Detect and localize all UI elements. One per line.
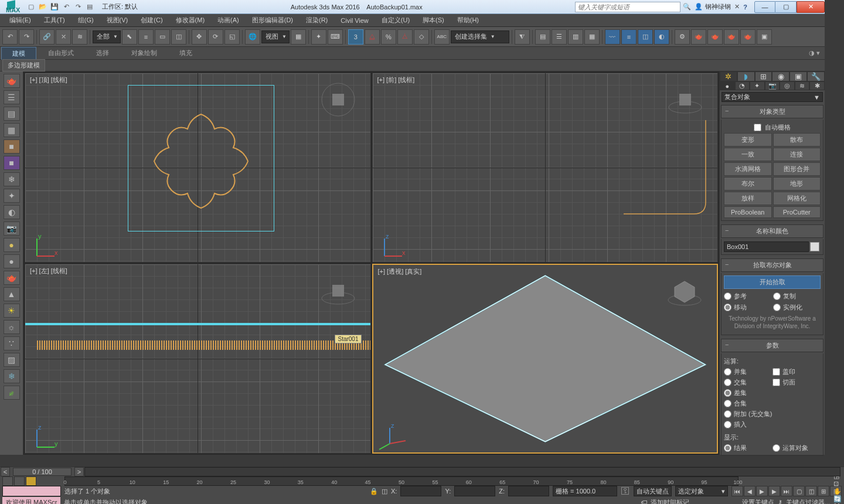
x-input[interactable] <box>400 486 441 492</box>
viewport-front[interactable]: [+] [前] [线框] zx <box>372 73 719 263</box>
disp-result-radio[interactable] <box>724 444 731 452</box>
objtype-2[interactable]: 一致 <box>724 148 772 161</box>
teapot-iter-button[interactable]: 🫖 <box>724 29 739 45</box>
save-icon[interactable]: 💾 <box>49 2 60 12</box>
objtype-4[interactable]: 水滴网格 <box>724 162 772 176</box>
menu-s[interactable]: 脚本(S) <box>417 15 450 26</box>
sub-lights[interactable]: ✦ <box>750 81 765 90</box>
goto-end-button[interactable]: ⏭ <box>781 486 792 492</box>
color2-icon[interactable]: ■ <box>4 156 20 170</box>
objtype-3[interactable]: 连接 <box>773 148 821 161</box>
menu-d[interactable]: 图形编辑器(D) <box>246 15 299 26</box>
teapot-render-button[interactable]: 🫖 <box>691 29 706 45</box>
objtype-1[interactable]: 散布 <box>773 133 821 147</box>
selection-filter-combo[interactable]: 全部▼ <box>93 30 121 43</box>
rollout-name-color[interactable]: 名称和颜色 <box>721 224 823 238</box>
teapot-frame-button[interactable]: 🫖 <box>707 29 723 45</box>
project-icon[interactable]: ▤ <box>84 2 95 12</box>
menu-m[interactable]: 修改器(M) <box>170 15 211 26</box>
tab-modify[interactable]: ◗ <box>737 71 755 81</box>
teapot2-icon[interactable]: 🫖 <box>4 271 20 285</box>
sub-systems[interactable]: ✱ <box>809 81 825 90</box>
bind-button[interactable]: ≋ <box>72 29 87 45</box>
timeline-tool-1[interactable] <box>2 476 13 486</box>
ribbon-tab-3[interactable]: 对象绘制 <box>121 47 168 59</box>
window-crossing-button[interactable]: ◫ <box>171 29 186 45</box>
ribbon-tab-4[interactable]: 填充 <box>169 47 203 59</box>
rollout-object-type[interactable]: 对象类型 <box>721 105 823 118</box>
infocenter-icon[interactable]: 🔍 <box>683 3 691 11</box>
sub-helpers[interactable]: ◎ <box>780 81 795 90</box>
minimize-button[interactable]: — <box>754 1 775 13</box>
close-button[interactable]: ✕ <box>797 1 825 13</box>
next-frame-button[interactable]: ▶ <box>768 486 780 492</box>
sub-spacewarps[interactable]: ≋ <box>795 81 810 90</box>
undo-button[interactable]: ↶ <box>2 29 18 45</box>
move-radio[interactable] <box>724 304 731 311</box>
autogrid-checkbox[interactable] <box>754 124 761 131</box>
object-name-input[interactable] <box>724 241 809 252</box>
menu-h[interactable]: 帮助(H) <box>451 15 485 26</box>
disp-operands-radio[interactable] <box>772 444 780 452</box>
freeze-icon[interactable]: ❄ <box>4 172 20 186</box>
key-icon[interactable]: ⚿ <box>621 486 630 492</box>
scene-icon[interactable]: ▤ <box>4 107 20 121</box>
redo-icon[interactable]: ↷ <box>73 2 83 12</box>
objtype-8[interactable]: 放样 <box>724 192 772 205</box>
sub-cameras[interactable]: 📷 <box>765 81 780 90</box>
iso-icon[interactable]: ◫ <box>382 488 387 493</box>
grid-icon[interactable]: ▦ <box>4 123 20 137</box>
object-color-swatch[interactable] <box>810 242 819 251</box>
sub-shapes[interactable]: ◔ <box>735 81 750 90</box>
keyboard-button[interactable]: ⌨ <box>328 29 343 45</box>
snap-toggle[interactable]: 3 <box>348 29 363 45</box>
instance-radio[interactable] <box>773 304 781 311</box>
timeline-ruler[interactable]: 0510152025303540455055606570758085909510… <box>64 476 738 486</box>
op-cookie-check[interactable] <box>772 379 780 386</box>
open-icon[interactable]: 📂 <box>38 2 48 12</box>
op-merge-radio[interactable] <box>724 400 731 407</box>
refcoord-button[interactable]: 🌐 <box>245 29 260 45</box>
frame-next-button[interactable]: > <box>74 467 84 476</box>
refcoord-combo[interactable]: 视图▼ <box>261 30 290 43</box>
objtype-11[interactable]: ProCutter <box>773 206 821 218</box>
viewcube-persp[interactable] <box>664 271 705 312</box>
objtype-10[interactable]: ProBoolean <box>724 206 772 218</box>
cloth-icon[interactable]: ▨ <box>4 353 20 367</box>
ribbon-tab-1[interactable]: 自由形式 <box>38 47 84 59</box>
curve-editor-button[interactable]: 〰 <box>605 29 620 45</box>
rendered-frame-button[interactable]: ▣ <box>757 29 772 45</box>
frame-prev-button[interactable]: < <box>1 467 10 476</box>
sub-geometry[interactable]: ● <box>720 81 735 90</box>
tab-create[interactable]: ✲ <box>720 71 737 81</box>
dims-icon[interactable]: ◐ <box>4 205 20 219</box>
abc-button[interactable]: ABC <box>434 29 450 45</box>
objtype-7[interactable]: 地形 <box>773 177 821 190</box>
op-inter-radio[interactable] <box>724 379 731 386</box>
menu-c[interactable]: 创建(C) <box>135 15 168 26</box>
goto-start-button[interactable]: ⏮ <box>731 486 743 492</box>
ribbon-collapse-button[interactable]: ◑ ▾ <box>805 47 823 59</box>
scale-button[interactable]: ◱ <box>224 29 240 45</box>
redo-button[interactable]: ↷ <box>19 29 34 45</box>
maximize-button[interactable]: ▢ <box>775 1 797 13</box>
spinner-snap-button[interactable]: ⧊ <box>397 29 413 45</box>
rollout-pick-bool[interactable]: 拾取布尔对象 <box>721 258 823 272</box>
app-logo[interactable]: MAX <box>0 0 23 14</box>
search-input[interactable] <box>575 2 680 12</box>
objtype-9[interactable]: 网格化 <box>773 192 821 205</box>
autokey-button[interactable]: 自动关键点 <box>634 486 672 492</box>
sphere-white-icon[interactable]: ● <box>4 254 20 268</box>
timeline-key-marker[interactable] <box>26 476 36 486</box>
manipulate-button[interactable]: ✦ <box>311 29 326 45</box>
op-insert-radio[interactable] <box>724 421 731 428</box>
camera-icon[interactable]: 📷 <box>4 222 20 236</box>
sphere-yellow-icon[interactable]: ● <box>4 238 20 252</box>
viewcube-left[interactable] <box>318 270 359 311</box>
axis-icon[interactable]: ✦ <box>4 189 20 203</box>
undo-icon[interactable]: ↶ <box>61 2 72 12</box>
objtype-6[interactable]: 布尔 <box>724 177 772 190</box>
teapot-icon[interactable]: 🫖 <box>4 74 20 88</box>
viewport-perspective[interactable]: [+] [透视] [真实] z <box>372 264 719 454</box>
render-setup-button[interactable]: ⚙ <box>675 29 690 45</box>
